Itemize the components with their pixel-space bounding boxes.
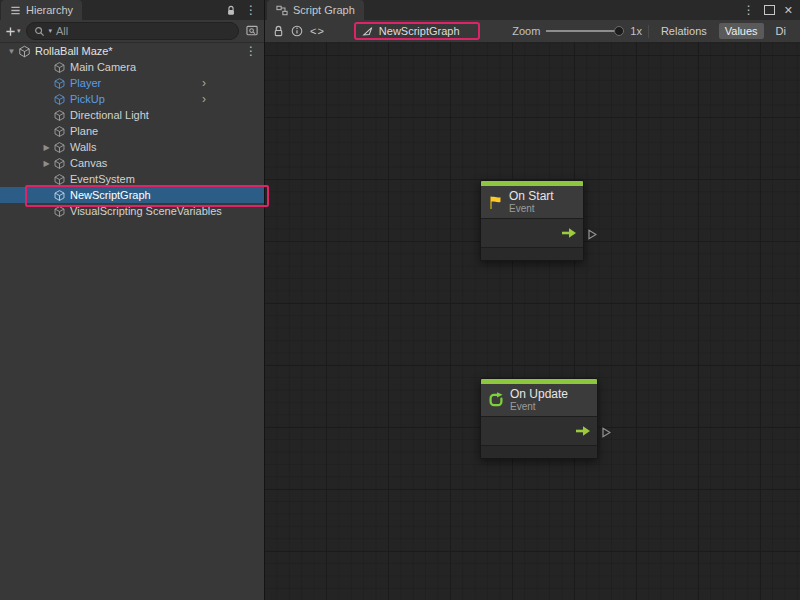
add-gameobject-button[interactable]: ▾ (5, 26, 21, 37)
hierarchy-item-canvas[interactable]: ▶ Canvas (0, 155, 264, 171)
node-on-start[interactable]: On Start Event (480, 180, 584, 261)
hierarchy-item-player[interactable]: Player › (0, 75, 264, 91)
hierarchy-menu-icon[interactable]: ⋮ (245, 3, 257, 17)
loop-icon (488, 392, 504, 408)
foldout-closed-icon[interactable]: ▶ (40, 143, 53, 152)
info-icon[interactable] (291, 25, 303, 37)
search-filter-caret-icon[interactable]: ▾ (49, 27, 53, 35)
item-label: Walls (70, 141, 96, 153)
output-port-icon[interactable] (602, 427, 611, 438)
zoom-slider-thumb[interactable] (614, 26, 624, 36)
graph-canvas[interactable]: On Start Event (265, 42, 800, 600)
node-title: On Start (509, 190, 554, 203)
gameobject-icon (53, 141, 66, 154)
dim-toggle-button[interactable]: Di (770, 23, 792, 39)
hierarchy-item-eventsystem[interactable]: EventSystem (0, 171, 264, 187)
node-port-row (481, 218, 583, 247)
graph-name-breadcrumb[interactable]: NewScriptGraph (354, 22, 480, 40)
node-header[interactable]: On Start Event (481, 186, 583, 218)
prefab-icon (53, 77, 66, 90)
node-on-update[interactable]: On Update Event (480, 378, 598, 459)
code-preview-icon[interactable]: <> (310, 25, 325, 37)
node-port-row (481, 416, 597, 445)
scene-row-rollaball-maze[interactable]: ▼ RollaBall Maze* ⋮ (0, 43, 264, 59)
foldout-closed-icon[interactable]: ▶ (40, 159, 53, 168)
node-footer (481, 247, 583, 260)
maximize-icon[interactable] (764, 5, 775, 15)
output-port-icon[interactable] (588, 229, 597, 240)
item-label: Canvas (70, 157, 107, 169)
foldout-open-icon[interactable]: ▼ (5, 47, 18, 56)
item-label: Main Camera (70, 61, 136, 73)
tab-script-graph[interactable]: Script Graph (267, 0, 364, 20)
tab-hierarchy[interactable]: Hierarchy (1, 0, 82, 20)
prefab-icon (53, 93, 66, 106)
flow-arrow-icon (575, 425, 591, 437)
hierarchy-item-walls[interactable]: ▶ Walls (0, 139, 264, 155)
gameobject-icon (53, 109, 66, 122)
node-title-block: On Update Event (510, 388, 568, 412)
plus-icon (5, 26, 16, 37)
hierarchy-tab-icon (10, 5, 21, 16)
hierarchy-item-directional-light[interactable]: Directional Light (0, 107, 264, 123)
zoom-slider[interactable] (546, 25, 624, 37)
panel-menu-icon[interactable]: ⋮ (743, 3, 755, 17)
script-graph-asset-icon (362, 26, 374, 37)
unity-editor-window: Hierarchy ⋮ ▾ (0, 0, 800, 600)
gameobject-icon (53, 125, 66, 138)
zoom-slider-track (546, 30, 617, 32)
chevron-down-icon: ▾ (17, 27, 21, 35)
script-graph-tab-icon (276, 5, 288, 16)
toolbar-divider (648, 25, 649, 38)
search-window-icon[interactable] (246, 25, 259, 37)
item-label: Plane (70, 125, 98, 137)
gameobject-icon (53, 61, 66, 74)
window-controls: ⋮ ✕ (743, 0, 800, 20)
close-icon[interactable]: ✕ (784, 4, 793, 17)
graph-name-label: NewScriptGraph (379, 25, 460, 37)
gameobject-icon (53, 173, 66, 186)
graph-tabbar: Script Graph ⋮ ✕ (265, 0, 800, 20)
zoom-label: Zoom (512, 25, 540, 37)
hierarchy-search-input[interactable]: ▾ All (26, 22, 239, 40)
hierarchy-toolbar: ▾ ▾ All (0, 20, 264, 43)
item-label: Player (70, 77, 101, 89)
unity-scene-icon (18, 45, 31, 58)
search-value: All (56, 25, 68, 37)
graph-toolbar: <> NewScriptGraph Zoom 1x Relations (265, 20, 800, 42)
gameobject-icon (53, 189, 66, 202)
item-label: VisualScripting SceneVariables (70, 205, 222, 217)
node-subtitle: Event (510, 401, 568, 412)
hierarchy-tab-actions: ⋮ (226, 0, 264, 20)
node-footer (481, 445, 597, 458)
zoom-value: 1x (630, 25, 642, 37)
node-title: On Update (510, 388, 568, 401)
flow-arrow-icon (561, 227, 577, 239)
hierarchy-tabbar: Hierarchy ⋮ (0, 0, 264, 20)
hierarchy-item-main-camera[interactable]: Main Camera (0, 59, 264, 75)
hierarchy-item-visualscripting-scenevariables[interactable]: VisualScripting SceneVariables (0, 203, 264, 219)
relations-toggle-button[interactable]: Relations (655, 23, 713, 39)
item-label: PickUp (70, 93, 105, 105)
hierarchy-item-plane[interactable]: Plane (0, 123, 264, 139)
graph-lock-icon[interactable] (273, 25, 284, 37)
prefab-open-chevron-icon[interactable]: › (202, 75, 206, 91)
scene-name: RollaBall Maze* (35, 45, 113, 57)
hierarchy-tab-label: Hierarchy (26, 4, 73, 16)
hierarchy-item-pickup[interactable]: PickUp › (0, 91, 264, 107)
node-title-block: On Start Event (509, 190, 554, 214)
hierarchy-item-newscriptgraph[interactable]: NewScriptGraph (0, 187, 264, 203)
item-label: Directional Light (70, 109, 149, 121)
lock-icon[interactable] (226, 5, 236, 16)
prefab-open-chevron-icon[interactable]: › (202, 91, 206, 107)
flag-icon (488, 195, 503, 210)
values-toggle-button[interactable]: Values (719, 23, 764, 39)
gameobject-icon (53, 205, 66, 218)
node-header[interactable]: On Update Event (481, 384, 597, 416)
item-label: NewScriptGraph (70, 189, 151, 201)
item-label: EventSystem (70, 173, 135, 185)
node-subtitle: Event (509, 203, 554, 214)
script-graph-tab-label: Script Graph (293, 4, 355, 16)
scene-menu-icon[interactable]: ⋮ (245, 44, 257, 58)
hierarchy-panel: Hierarchy ⋮ ▾ (0, 0, 265, 600)
